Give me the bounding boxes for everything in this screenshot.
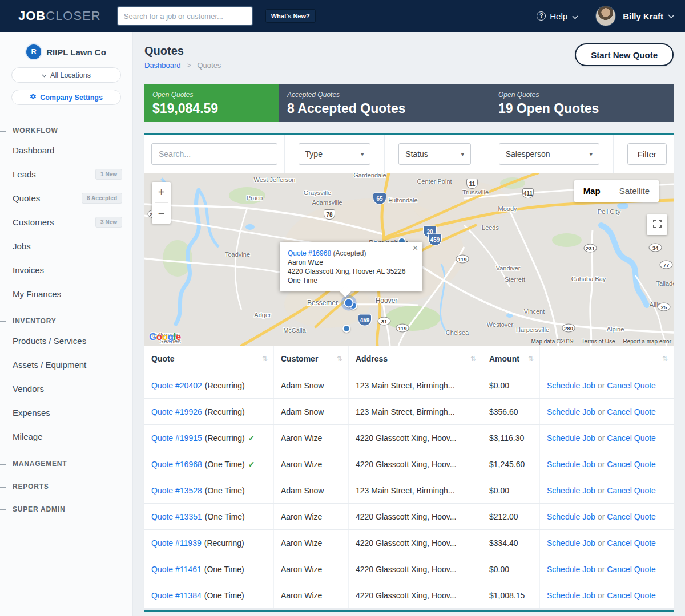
google-logo[interactable]: Google xyxy=(149,331,181,343)
cell-amount: $212.00 xyxy=(482,504,540,529)
chevron-down-icon: ▾ xyxy=(590,151,593,157)
stat-card-accepted-quotes[interactable]: Accepted Quotes 8 Accepted Quotes xyxy=(279,84,490,122)
user-menu-chevron-icon[interactable] xyxy=(668,11,675,21)
schedule-job-link[interactable]: Schedule Job xyxy=(547,460,595,469)
company-settings-button[interactable]: Company Settings xyxy=(11,90,121,105)
cancel-quote-link[interactable]: Cancel Quote xyxy=(607,407,656,416)
sort-icon[interactable]: ⇅ xyxy=(662,355,668,363)
sort-icon[interactable]: ⇅ xyxy=(528,355,534,363)
schedule-job-link[interactable]: Schedule Job xyxy=(547,407,595,416)
cancel-quote-link[interactable]: Cancel Quote xyxy=(607,486,656,495)
cancel-quote-link[interactable]: Cancel Quote xyxy=(607,512,656,521)
app-logo[interactable]: JOBCLOSER xyxy=(18,9,101,23)
whats-new-button[interactable]: What's New? xyxy=(265,9,316,23)
sidebar-item-dashboard[interactable]: Dashboard xyxy=(0,138,132,162)
table-header-customer[interactable]: Customer⇅ xyxy=(274,346,349,372)
sidebar-item-expenses[interactable]: Expenses xyxy=(0,400,132,424)
schedule-job-link[interactable]: Schedule Job xyxy=(547,486,595,495)
sidebar-section-title-super-admin[interactable]: SUPER ADMIN xyxy=(0,502,132,517)
breadcrumb-dashboard-link[interactable]: Dashboard xyxy=(144,61,181,70)
cancel-quote-link[interactable]: Cancel Quote xyxy=(607,381,656,390)
column-label: Quote xyxy=(151,354,174,363)
sidebar-section-inventory: INVENTORYProducts / ServicesAssets / Equ… xyxy=(0,314,132,448)
user-name[interactable]: Billy Kraft xyxy=(623,11,663,21)
table-header-actions[interactable]: ⇅ xyxy=(540,346,674,372)
sort-icon[interactable]: ⇅ xyxy=(262,355,268,363)
schedule-job-link[interactable]: Schedule Job xyxy=(547,381,595,390)
satellite-button[interactable]: Satellite xyxy=(610,180,659,202)
cancel-quote-link[interactable]: Cancel Quote xyxy=(607,565,656,574)
schedule-job-link[interactable]: Schedule Job xyxy=(547,591,595,600)
schedule-job-link[interactable]: Schedule Job xyxy=(547,433,595,443)
quote-link[interactable]: Quote #11461 xyxy=(151,565,202,574)
map-type-toggle: Map Satellite xyxy=(574,180,659,202)
info-window-quote-link[interactable]: Quote #16968 xyxy=(288,249,331,257)
terms-of-use-link[interactable]: Terms of Use xyxy=(582,338,615,345)
global-search-input[interactable] xyxy=(117,6,253,26)
sidebar-section-title-inventory[interactable]: INVENTORY xyxy=(0,314,132,329)
sidebar-section-title-management[interactable]: MANAGEMENT xyxy=(0,456,132,471)
sidebar-section-title-reports[interactable]: REPORTS xyxy=(0,479,132,494)
route-shield-icon: 65 xyxy=(373,193,386,204)
zoom-in-button[interactable]: + xyxy=(152,182,171,202)
user-avatar[interactable] xyxy=(595,6,616,26)
quote-link[interactable]: Quote #11939 xyxy=(151,538,202,548)
quote-link[interactable]: Quote #19915 xyxy=(151,433,202,443)
breadcrumb-current: Quotes xyxy=(197,61,221,70)
help-menu[interactable]: ? Help xyxy=(537,11,578,21)
type-select[interactable]: Type ▾ xyxy=(299,143,371,165)
schedule-job-link[interactable]: Schedule Job xyxy=(547,565,595,574)
map-marker[interactable] xyxy=(342,325,350,333)
cancel-quote-link[interactable]: Cancel Quote xyxy=(607,460,656,469)
quote-link[interactable]: Quote #11384 xyxy=(151,591,202,600)
close-icon[interactable]: × xyxy=(413,244,418,253)
sidebar-item-label: Customers xyxy=(13,217,54,227)
map-marker-active[interactable] xyxy=(344,298,354,308)
main-content: Quotes Dashboard > Quotes Start New Quot… xyxy=(133,32,685,616)
sidebar-item-assets-equipment[interactable]: Assets / Equipment xyxy=(0,352,132,376)
cell-customer: Adam Snow xyxy=(274,372,349,398)
actions-or-text: or xyxy=(598,512,605,521)
sort-icon[interactable]: ⇅ xyxy=(470,355,476,363)
table-header-amount[interactable]: Amount⇅ xyxy=(482,346,540,372)
quote-link[interactable]: Quote #20402 xyxy=(151,381,202,390)
cancel-quote-link[interactable]: Cancel Quote xyxy=(607,433,656,443)
sidebar-item-products-services[interactable]: Products / Services xyxy=(0,329,132,352)
salesperson-select[interactable]: Salesperson ▾ xyxy=(499,143,599,165)
quote-search-input[interactable] xyxy=(151,143,277,165)
sidebar-item-customers[interactable]: Customers3 New xyxy=(0,210,132,234)
sidebar-item-leads[interactable]: Leads1 New xyxy=(0,162,132,186)
zoom-out-button[interactable]: − xyxy=(152,203,171,224)
stat-card-open-quotes-value[interactable]: Open Quotes $19,084.59 xyxy=(144,84,279,122)
report-map-error-link[interactable]: Report a map error xyxy=(623,338,671,345)
table-header-address[interactable]: Address⇅ xyxy=(349,346,482,372)
chevron-down-icon: ▾ xyxy=(361,151,364,157)
status-select[interactable]: Status ▾ xyxy=(398,143,471,165)
quote-link[interactable]: Quote #16968 xyxy=(151,460,202,469)
quote-link[interactable]: Quote #19926 xyxy=(151,407,202,416)
map-button[interactable]: Map xyxy=(574,180,610,202)
start-new-quote-button[interactable]: Start New Quote xyxy=(575,43,674,66)
quotes-map[interactable]: GardendaleWest JeffersonCenter PointTrus… xyxy=(144,173,674,346)
schedule-job-link[interactable]: Schedule Job xyxy=(547,538,595,548)
all-locations-dropdown[interactable]: All Locations xyxy=(11,67,121,83)
route-shield-icon: 280 xyxy=(562,324,575,333)
fullscreen-button[interactable] xyxy=(647,214,667,235)
quote-link[interactable]: Quote #13528 xyxy=(151,486,202,495)
column-label: Address xyxy=(356,354,388,363)
table-header-quote[interactable]: Quote⇅ xyxy=(144,346,274,372)
cancel-quote-link[interactable]: Cancel Quote xyxy=(607,538,656,548)
stat-card-open-quotes-count[interactable]: Open Quotes 19 Open Quotes xyxy=(490,84,674,122)
sort-icon[interactable]: ⇅ xyxy=(337,355,342,363)
sidebar-item-mileage[interactable]: Mileage xyxy=(0,424,132,448)
sidebar-item-my-finances[interactable]: My Finances xyxy=(0,282,132,306)
sidebar-item-quotes[interactable]: Quotes8 Accepted xyxy=(0,186,132,210)
filter-button[interactable]: Filter xyxy=(627,143,667,165)
sidebar-item-jobs[interactable]: Jobs xyxy=(0,234,132,258)
sidebar-item-vendors[interactable]: Vendors xyxy=(0,376,132,400)
sidebar-item-invoices[interactable]: Invoices xyxy=(0,258,132,282)
cancel-quote-link[interactable]: Cancel Quote xyxy=(607,591,656,600)
quote-link[interactable]: Quote #13351 xyxy=(151,512,202,521)
schedule-job-link[interactable]: Schedule Job xyxy=(547,512,595,521)
sidebar-section-title-workflow[interactable]: WORKFLOW xyxy=(0,123,132,138)
